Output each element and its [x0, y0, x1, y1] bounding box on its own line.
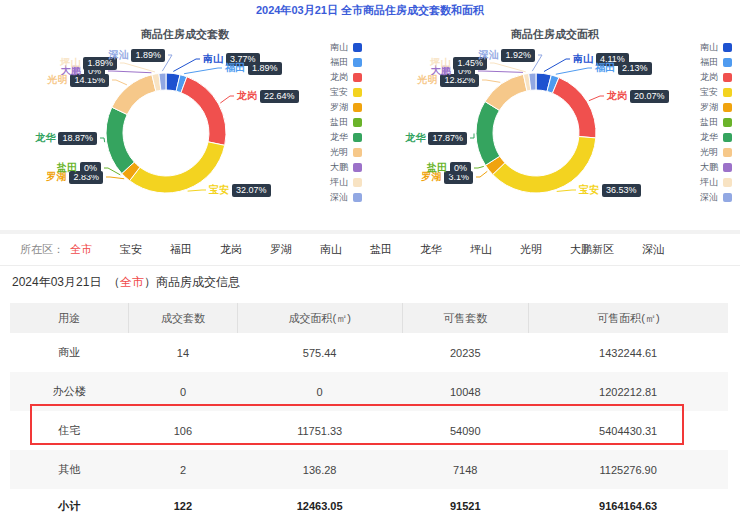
legend-item-盐田[interactable]: 盐田	[700, 115, 732, 130]
legend-item-龙华[interactable]: 龙华	[330, 130, 362, 145]
filter-option-福田[interactable]: 福田	[170, 242, 192, 257]
legend-label: 盐田	[330, 116, 348, 129]
slice-label-value: 32.07%	[232, 184, 271, 197]
donut-chart[interactable]	[0, 22, 370, 230]
slice-label-name: 深汕	[478, 48, 498, 62]
legend-swatch	[723, 148, 732, 157]
filter-option-南山[interactable]: 南山	[320, 242, 342, 257]
table-cell: 小计	[10, 489, 129, 521]
slice-label-福田: 福田1.89%	[225, 61, 282, 75]
legend-item-罗湖[interactable]: 罗湖	[700, 100, 732, 115]
slice-label-name: 南山	[203, 52, 223, 66]
section-separator	[0, 230, 740, 234]
pie-slice-龙华[interactable]	[476, 101, 500, 165]
legend-label: 坪山	[330, 176, 348, 189]
legend-item-福田[interactable]: 福田	[700, 55, 732, 70]
legend-label: 宝安	[700, 86, 718, 99]
transaction-table: 用途成交套数成交面积(㎡)可售套数可售面积(㎡) 商业14575.4420235…	[10, 303, 728, 521]
slice-label-name: 盐田	[427, 161, 447, 175]
pie-slice-龙岗[interactable]	[552, 78, 596, 138]
legend-label: 龙岗	[330, 71, 348, 84]
legend-swatch	[353, 193, 362, 202]
legend-label: 南山	[330, 41, 348, 54]
legend-item-龙岗[interactable]: 龙岗	[330, 70, 362, 85]
table-cell: 20235	[402, 333, 528, 372]
legend-swatch	[353, 118, 362, 127]
filter-option-深汕[interactable]: 深汕	[642, 242, 664, 257]
label-leader-line	[589, 96, 604, 101]
slice-label-value: 22.64%	[260, 90, 299, 103]
section-rest: 商品房成交信息	[156, 275, 240, 289]
slice-label-name: 深汕	[108, 48, 128, 62]
legend-swatch	[723, 133, 732, 142]
slice-label-name: 龙华	[405, 131, 425, 145]
filter-option-龙岗[interactable]: 龙岗	[220, 242, 242, 257]
legend-item-大鹏[interactable]: 大鹏	[330, 160, 362, 175]
table-total-row: 小计12212463.05915219164164.63	[10, 489, 728, 521]
label-leader-line	[482, 80, 500, 82]
paren: （	[108, 275, 120, 289]
legend-item-盐田[interactable]: 盐田	[330, 115, 362, 130]
legend-label: 深汕	[330, 191, 348, 204]
slice-label-value: 1.89%	[248, 62, 282, 75]
filter-option-坪山[interactable]: 坪山	[470, 242, 492, 257]
legend-item-罗湖[interactable]: 罗湖	[330, 100, 362, 115]
filter-option-大鹏新区[interactable]: 大鹏新区	[570, 242, 614, 257]
table-cell: 12463.05	[237, 489, 402, 521]
legend-swatch	[353, 73, 362, 82]
legend-item-深汕[interactable]: 深汕	[700, 190, 732, 205]
legend-label: 罗湖	[700, 101, 718, 114]
pie-slice-龙华[interactable]	[106, 107, 134, 173]
legend-item-南山[interactable]: 南山	[330, 40, 362, 55]
legend-item-南山[interactable]: 南山	[700, 40, 732, 55]
slice-label-盐田: 盐田0%	[427, 161, 471, 175]
legend-swatch	[723, 103, 732, 112]
filter-option-龙华[interactable]: 龙华	[420, 242, 442, 257]
legend-item-大鹏[interactable]: 大鹏	[700, 160, 732, 175]
legend-item-龙华[interactable]: 龙华	[700, 130, 732, 145]
table-row: 其他2136.2871481125276.90	[10, 450, 728, 489]
filter-option-全市[interactable]: 全市	[70, 242, 92, 257]
legend-item-坪山[interactable]: 坪山	[330, 175, 362, 190]
label-leader-line	[470, 133, 474, 138]
pie-slice-龙岗[interactable]	[181, 77, 226, 146]
legend-item-龙岗[interactable]: 龙岗	[700, 70, 732, 85]
legend-label: 龙华	[700, 131, 718, 144]
table-cell: 11751.33	[237, 411, 402, 450]
filter-option-罗湖[interactable]: 罗湖	[270, 242, 292, 257]
legend-item-光明[interactable]: 光明	[700, 145, 732, 160]
donut-chart[interactable]	[370, 22, 740, 230]
pie-slice-光明[interactable]	[485, 74, 527, 110]
legend-label: 盐田	[700, 116, 718, 129]
table-cell: 1202212.81	[528, 372, 728, 411]
table-header-1: 成交套数	[129, 303, 238, 333]
legend-label: 龙岗	[700, 71, 718, 84]
slice-label-name: 龙华	[35, 131, 55, 145]
table-cell: 14	[129, 333, 238, 372]
legend-item-宝安[interactable]: 宝安	[700, 85, 732, 100]
legend-label: 大鹏	[330, 161, 348, 174]
legend-item-光明[interactable]: 光明	[330, 145, 362, 160]
label-leader-line	[544, 59, 570, 72]
legend-swatch	[723, 58, 732, 67]
table-cell: 商业	[10, 333, 129, 372]
legend-item-宝安[interactable]: 宝安	[330, 85, 362, 100]
label-leader-line	[100, 138, 105, 142]
legend-swatch	[353, 58, 362, 67]
legend-item-深汕[interactable]: 深汕	[330, 190, 362, 205]
legend-item-福田[interactable]: 福田	[330, 55, 362, 70]
slice-label-name: 宝安	[209, 183, 229, 197]
slice-label-name: 福田	[225, 61, 245, 75]
table-cell: 9164164.63	[528, 489, 728, 521]
label-leader-line	[173, 59, 200, 71]
slice-label-宝安: 宝安36.53%	[579, 183, 641, 197]
filter-option-宝安[interactable]: 宝安	[120, 242, 142, 257]
filter-option-光明[interactable]: 光明	[520, 242, 542, 257]
legend-swatch	[353, 178, 362, 187]
slice-label-name: 南山	[573, 52, 593, 66]
table-cell: 0	[237, 372, 402, 411]
table-cell: 住宅	[10, 411, 129, 450]
filter-option-盐田[interactable]: 盐田	[370, 242, 392, 257]
legend-item-坪山[interactable]: 坪山	[700, 175, 732, 190]
table-cell: 5404430.31	[528, 411, 728, 450]
